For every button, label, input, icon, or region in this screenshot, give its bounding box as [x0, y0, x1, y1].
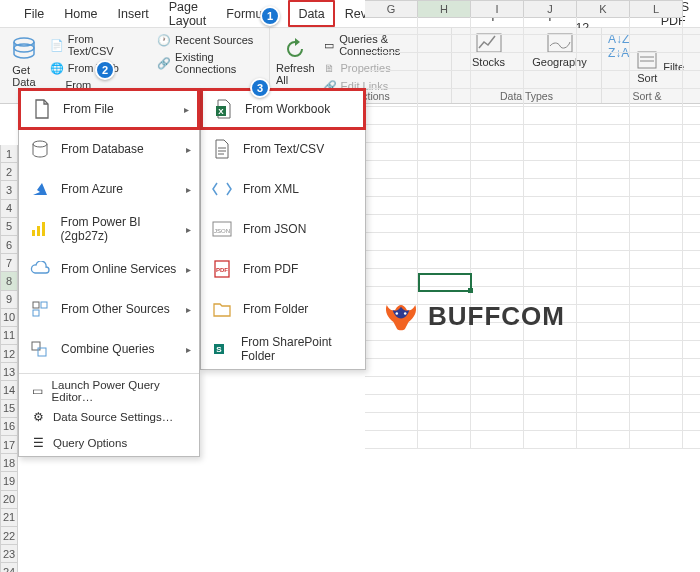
file-icon [31, 98, 53, 120]
tab-insert[interactable]: Insert [108, 0, 159, 27]
submenu-from-folder[interactable]: From Folder [201, 289, 365, 329]
row-header-11[interactable]: 11 [0, 327, 18, 345]
row-header-22[interactable]: 22 [0, 527, 18, 545]
menu-data-source-settings[interactable]: ⚙ Data Source Settings… [19, 404, 199, 430]
svg-text:X: X [218, 107, 224, 116]
menu-launch-pqe[interactable]: ▭ Launch Power Query Editor… [19, 378, 199, 404]
menu-label: From Power BI (2gb27z) [61, 215, 189, 243]
row-header-2[interactable]: 2 [0, 163, 18, 181]
row-header-5[interactable]: 5 [0, 218, 18, 236]
row-header-21[interactable]: 21 [0, 509, 18, 527]
chevron-right-icon: ▸ [186, 224, 191, 235]
existing-connections-button[interactable]: 🔗Existing Connections [153, 50, 263, 76]
menu-label: From Text/CSV [243, 142, 324, 156]
row-header-16[interactable]: 16 [0, 418, 18, 436]
chevron-right-icon: ▸ [186, 264, 191, 275]
menu-separator [19, 373, 199, 374]
menu-from-database[interactable]: From Database ▸ [19, 129, 199, 169]
submenu-from-pdf[interactable]: PDF From PDF [201, 249, 365, 289]
settings-icon: ⚙ [31, 410, 45, 424]
col-header-h[interactable]: H [418, 0, 471, 18]
svg-text:JSON: JSON [214, 228, 230, 234]
menu-from-powerbi[interactable]: From Power BI (2gb27z) ▸ [19, 209, 199, 249]
row-header-8[interactable]: 8 [0, 272, 18, 290]
options-icon: ☰ [31, 436, 45, 450]
menu-label: From JSON [243, 222, 306, 236]
menu-label: From Database [61, 142, 144, 156]
menu-label: From File [63, 102, 114, 116]
row-headers: 1234567891011121314151617181920212223242… [0, 145, 18, 572]
textfile-icon [211, 138, 233, 160]
svg-point-1 [14, 44, 34, 52]
menu-label: From Other Sources [61, 302, 170, 316]
tab-page-layout[interactable]: Page Layout [159, 0, 217, 27]
watermark: BUFFCOM [380, 295, 565, 337]
tab-data[interactable]: Data [288, 0, 334, 27]
refresh-icon [284, 38, 306, 60]
menu-combine-queries[interactable]: Combine Queries ▸ [19, 329, 199, 369]
menu-label: Query Options [53, 437, 127, 449]
row-header-15[interactable]: 15 [0, 400, 18, 418]
database-icon [11, 36, 37, 62]
submenu-from-xml[interactable]: From XML [201, 169, 365, 209]
row-header-7[interactable]: 7 [0, 254, 18, 272]
other-icon [29, 298, 51, 320]
menu-label: From XML [243, 182, 299, 196]
row-header-4[interactable]: 4 [0, 200, 18, 218]
col-header-k[interactable]: K [577, 0, 630, 18]
sharepoint-icon: S [211, 338, 231, 360]
menu-label: Data Source Settings… [53, 411, 173, 423]
row-header-14[interactable]: 14 [0, 381, 18, 399]
row-header-1[interactable]: 1 [0, 145, 18, 163]
tab-file[interactable]: File [14, 0, 54, 27]
column-headers: G H I J K L [365, 0, 683, 18]
row-header-13[interactable]: 13 [0, 363, 18, 381]
svg-rect-9 [37, 226, 40, 236]
row-header-6[interactable]: 6 [0, 236, 18, 254]
excel-icon: X [213, 98, 235, 120]
chevron-right-icon: ▸ [186, 144, 191, 155]
recent-sources-button[interactable]: 🕐Recent Sources [153, 32, 263, 48]
submenu-from-json[interactable]: JSON From JSON [201, 209, 365, 249]
menu-query-options[interactable]: ☰ Query Options [19, 430, 199, 456]
json-icon: JSON [211, 218, 233, 240]
connection-icon: 🔗 [157, 56, 171, 70]
menu-from-online-services[interactable]: From Online Services ▸ [19, 249, 199, 289]
row-header-17[interactable]: 17 [0, 436, 18, 454]
submenu-from-workbook[interactable]: X From Workbook [200, 88, 366, 130]
col-header-j[interactable]: J [524, 0, 577, 18]
row-header-24[interactable]: 24 [0, 563, 18, 572]
menu-label: Launch Power Query Editor… [52, 379, 189, 403]
menu-from-other-sources[interactable]: From Other Sources ▸ [19, 289, 199, 329]
row-header-9[interactable]: 9 [0, 291, 18, 309]
svg-text:S: S [216, 345, 222, 354]
submenu-from-sharepoint[interactable]: S From SharePoint Folder [201, 329, 365, 369]
refresh-all-button[interactable]: Refresh All [276, 32, 315, 92]
from-text-csv-button[interactable]: 📄From Text/CSV [46, 32, 145, 58]
col-header-i[interactable]: I [471, 0, 524, 18]
get-data-button[interactable]: Get Data [6, 32, 42, 92]
menu-label: From Folder [243, 302, 308, 316]
row-header-20[interactable]: 20 [0, 491, 18, 509]
row-header-18[interactable]: 18 [0, 454, 18, 472]
submenu-from-textcsv[interactable]: From Text/CSV [201, 129, 365, 169]
menu-from-azure[interactable]: From Azure ▸ [19, 169, 199, 209]
row-header-23[interactable]: 23 [0, 545, 18, 563]
grid-cells[interactable] [365, 17, 700, 449]
svg-point-28 [404, 312, 407, 315]
file-icon: 📄 [50, 38, 64, 52]
menu-from-file[interactable]: From File ▸ [18, 88, 200, 130]
col-header-g[interactable]: G [365, 0, 418, 18]
azure-icon [29, 178, 51, 200]
row-header-12[interactable]: 12 [0, 345, 18, 363]
database-icon [29, 138, 51, 160]
editor-icon: ▭ [31, 384, 44, 398]
row-header-10[interactable]: 10 [0, 309, 18, 327]
col-header-l[interactable]: L [630, 0, 683, 18]
tab-home[interactable]: Home [54, 0, 107, 27]
from-file-submenu: X From Workbook From Text/CSV From XML J… [200, 88, 366, 370]
row-header-19[interactable]: 19 [0, 472, 18, 490]
row-header-3[interactable]: 3 [0, 181, 18, 199]
active-cell[interactable] [418, 273, 472, 292]
svg-text:PDF: PDF [216, 267, 228, 273]
